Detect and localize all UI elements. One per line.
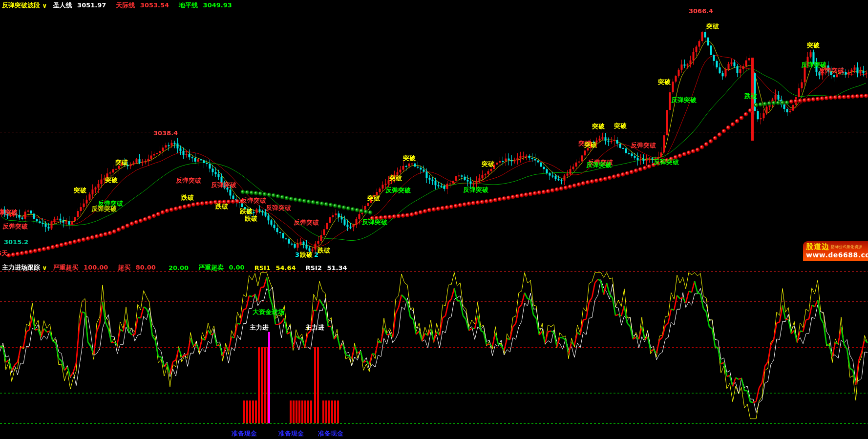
vendor-tagline: 指标公式量化资源 <box>831 244 862 250</box>
stock-app-window: { "panel1": { "header": { "indicator": "… <box>0 0 868 439</box>
panel-divider[interactable] <box>0 262 868 262</box>
vendor-url[interactable]: www.de6688.com <box>806 251 866 259</box>
rsi2-legend: RSI2 51.34 <box>306 264 350 272</box>
rsi1-legend: RSI1 54.64 <box>254 264 299 272</box>
indicator2-name[interactable]: 主力进场跟踪 <box>2 263 40 272</box>
candlestick-chart-canvas[interactable] <box>0 0 868 262</box>
rsi-indicator-canvas[interactable] <box>0 262 868 439</box>
threshold-legend-2: 超买 80.00 <box>118 263 159 272</box>
threshold-legend-3: 20.00 <box>166 264 191 272</box>
indicator1-name[interactable]: 反弹突破波段 <box>2 1 40 10</box>
panel1-header: 反弹突破波段∨ 圣人线 3051.97 天际线 3053.54 地平线 3049… <box>2 1 242 10</box>
threshold-legend-4: 严重超卖 0.00 <box>198 263 248 272</box>
vendor-brand: 股道边 <box>806 242 829 251</box>
line2-legend: 天际线 3053.54 <box>116 1 172 10</box>
vendor-logo[interactable]: 股道边 指标公式量化资源 www.de6688.com <box>803 241 868 261</box>
panel2-header: 主力进场跟踪∨ 严重超买 100.00 超买 80.00 20.00 严重超卖 … <box>2 263 357 272</box>
indicator2-dropdown-icon[interactable]: ∨ <box>42 264 47 272</box>
line3-legend: 地平线 3049.93 <box>179 1 235 10</box>
line1-legend: 圣人线 3051.97 <box>53 1 109 10</box>
threshold-legend-1: 严重超买 100.00 <box>53 263 111 272</box>
indicator1-dropdown-icon[interactable]: ∨ <box>42 2 47 9</box>
